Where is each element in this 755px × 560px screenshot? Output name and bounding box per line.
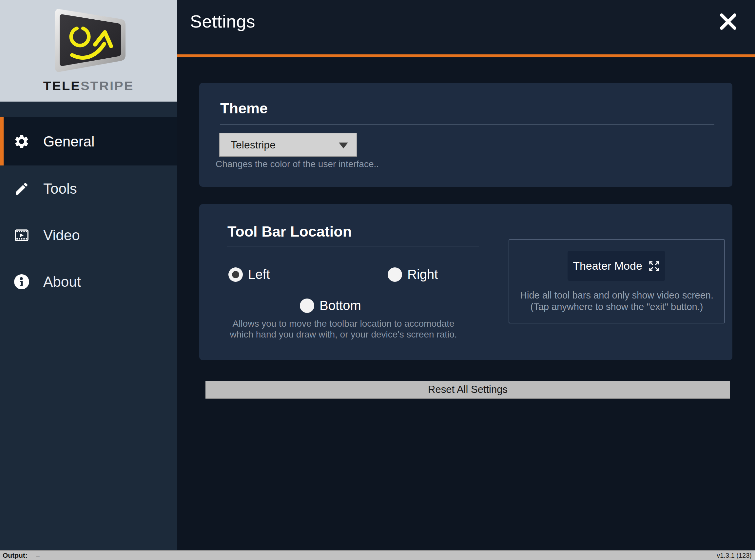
toolbar-location-card: Tool Bar Location Left Right Bottom Allo…: [199, 204, 732, 360]
expand-icon: [648, 260, 660, 272]
sidebar-item-general[interactable]: General: [0, 117, 177, 165]
gear-icon: [13, 133, 30, 150]
theater-caption-line2: (Tap anywhere to show the "exit" button.…: [509, 301, 724, 313]
theater-mode-button-label: Theater Mode: [573, 260, 642, 272]
header-accent-line: [177, 54, 755, 57]
sidebar-item-about[interactable]: About: [0, 259, 177, 305]
toolbar-caption-line1: Allows you to move the toolbar location …: [219, 318, 468, 329]
page-title: Settings: [190, 11, 255, 32]
reset-button-label: Reset All Settings: [428, 384, 508, 396]
theater-caption: Hide all tool bars and only show video s…: [509, 290, 724, 313]
status-bar: Output: – v1.3.1 (123): [0, 550, 755, 560]
reset-all-settings-button[interactable]: Reset All Settings: [205, 381, 730, 399]
theme-dropdown[interactable]: Telestripe: [219, 133, 357, 157]
telestripe-logo: [39, 3, 138, 80]
radio-bottom-label: Bottom: [319, 298, 361, 313]
chevron-down-icon: [339, 142, 348, 148]
radio-bottom[interactable]: [300, 299, 314, 313]
toolbar-caption: Allows you to move the toolbar location …: [219, 318, 468, 340]
theme-card-title: Theme: [220, 100, 268, 117]
radio-right[interactable]: [388, 267, 402, 282]
sidebar-item-label: Video: [43, 227, 80, 243]
sidebar-item-label: About: [43, 274, 81, 290]
radio-option-left[interactable]: Left: [229, 267, 270, 282]
theme-divider: [220, 124, 714, 125]
toolbar-caption-line2: which hand you draw with, or your device…: [219, 329, 468, 340]
film-icon: [13, 227, 30, 244]
sidebar-item-video[interactable]: Video: [0, 212, 177, 259]
radio-option-right[interactable]: Right: [388, 267, 438, 282]
theater-caption-line1: Hide all tool bars and only show video s…: [509, 290, 724, 301]
close-button[interactable]: [718, 12, 739, 33]
info-icon: [13, 273, 30, 290]
output-label: Output:: [3, 552, 27, 559]
brand-tele: TELE: [43, 79, 81, 93]
theater-mode-button[interactable]: Theater Mode: [568, 251, 665, 281]
sidebar-item-label: General: [43, 133, 95, 150]
sidebar-item-tools[interactable]: Tools: [0, 165, 177, 212]
theme-dropdown-value: Telestripe: [231, 139, 276, 151]
brand-stripe: STRIPE: [81, 79, 134, 93]
version-label: v1.3.1 (123): [717, 552, 752, 559]
toolbar-divider: [227, 246, 479, 246]
theater-mode-panel: Theater Mode Hide all tool bars and only…: [509, 239, 725, 323]
toolbar-card-title: Tool Bar Location: [227, 223, 352, 240]
radio-left-label: Left: [248, 267, 270, 282]
output-value: –: [36, 552, 40, 559]
theme-caption: Changes the color of the user interface.…: [216, 159, 379, 169]
header: Settings: [177, 0, 755, 54]
pencil-icon: [13, 180, 30, 197]
theme-card: Theme Telestripe Changes the color of th…: [199, 83, 732, 187]
sidebar: TELESTRIPE General Tools: [0, 0, 177, 550]
logo-panel: TELESTRIPE: [0, 0, 177, 102]
close-icon: [718, 12, 738, 33]
brand-wordmark: TELESTRIPE: [43, 79, 134, 93]
sidebar-item-label: Tools: [43, 181, 77, 197]
radio-right-label: Right: [407, 267, 438, 282]
radio-left[interactable]: [229, 267, 243, 282]
radio-option-bottom[interactable]: Bottom: [300, 298, 361, 313]
